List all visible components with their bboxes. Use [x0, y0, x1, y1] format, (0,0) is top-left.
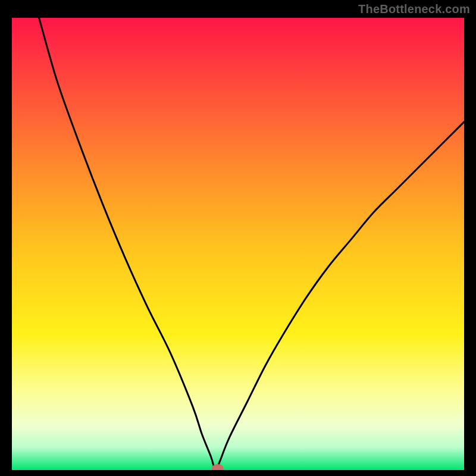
plot-area	[12, 18, 464, 470]
gradient-background	[12, 18, 464, 470]
watermark-text: TheBottleneck.com	[358, 2, 470, 16]
chart-svg	[12, 18, 464, 470]
chart-container: TheBottleneck.com	[0, 0, 476, 476]
